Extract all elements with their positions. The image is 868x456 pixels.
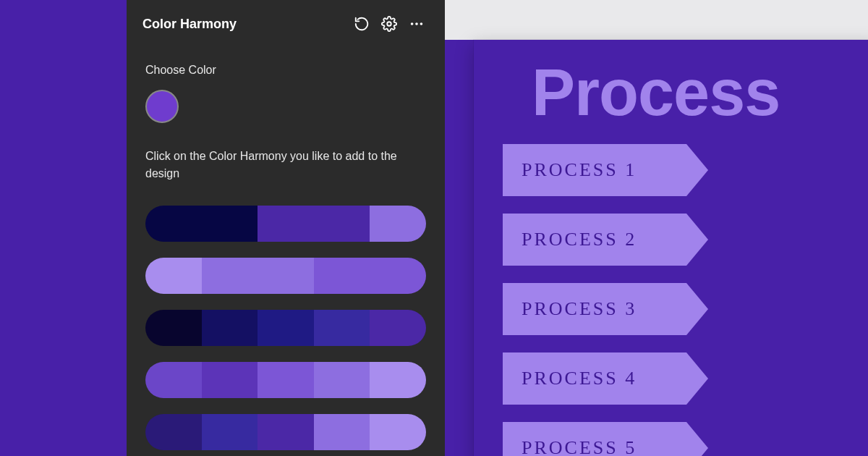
process-step-5[interactable]: PROCESS 5 [503,422,868,456]
doc-title[interactable]: Process [474,40,868,144]
choose-color-label: Choose Color [145,64,426,77]
panel-title: Color Harmony [142,17,346,32]
palette-swatch [202,310,258,346]
process-step-label: PROCESS 4 [522,368,637,389]
palette-swatch [145,414,202,450]
palette-swatch [145,310,202,346]
gear-icon[interactable] [377,12,401,36]
palette-5[interactable] [145,414,426,450]
process-step-4[interactable]: PROCESS 4 [503,352,868,405]
svg-point-2 [415,22,418,25]
process-step-label: PROCESS 2 [522,229,637,250]
palette-3[interactable] [145,310,426,346]
palette-swatch [202,362,258,398]
more-icon[interactable] [404,12,429,36]
palette-swatch [370,258,426,294]
instruction-text: Click on the Color Harmony you like to a… [145,148,420,182]
chevron-right-icon [686,283,708,335]
canvas-background [445,0,868,40]
refresh-icon[interactable] [349,12,374,36]
palette-swatch [314,362,370,398]
palette-swatch [370,414,426,450]
palette-swatch [145,362,202,398]
step-list: PROCESS 1PROCESS 2PROCESS 3PROCESS 4PROC… [474,144,868,456]
palette-swatch [145,206,202,242]
palette-swatch [314,206,370,242]
palette-swatch [258,362,314,398]
palette-1[interactable] [145,206,426,242]
palette-swatch [370,310,426,346]
process-step-2[interactable]: PROCESS 2 [503,214,868,266]
panel-header: Color Harmony [127,0,445,46]
palette-swatch [314,414,370,450]
palette-swatch [258,206,314,242]
palette-swatch [202,206,258,242]
palette-swatch [314,310,370,346]
palette-swatch [370,362,426,398]
selected-color-swatch[interactable] [145,90,179,123]
palette-swatch [145,258,202,294]
process-step-label: PROCESS 3 [522,298,637,320]
process-step-label: PROCESS 1 [522,159,637,181]
panel-body: Choose Color Click on the Color Harmony … [127,46,445,456]
chevron-right-icon [686,214,708,266]
svg-point-1 [411,22,414,25]
palette-swatch [258,414,314,450]
palette-swatch [314,258,370,294]
palette-2[interactable] [145,258,426,294]
color-harmony-panel: Color Harmony Choose Color Click on the … [127,0,445,456]
palette-swatch [258,258,314,294]
chevron-right-icon [686,144,708,196]
palette-swatch [370,206,426,242]
palette-swatch [202,258,258,294]
chevron-right-icon [686,422,708,456]
svg-point-0 [387,22,391,26]
palette-list [145,206,426,456]
palette-swatch [258,310,314,346]
palette-swatch [202,414,258,450]
design-document[interactable]: Process PROCESS 1PROCESS 2PROCESS 3PROCE… [474,40,868,456]
process-step-3[interactable]: PROCESS 3 [503,283,868,335]
process-step-1[interactable]: PROCESS 1 [503,144,868,196]
svg-point-3 [420,22,423,25]
chevron-right-icon [686,352,708,405]
process-step-label: PROCESS 5 [522,437,637,456]
palette-4[interactable] [145,362,426,398]
